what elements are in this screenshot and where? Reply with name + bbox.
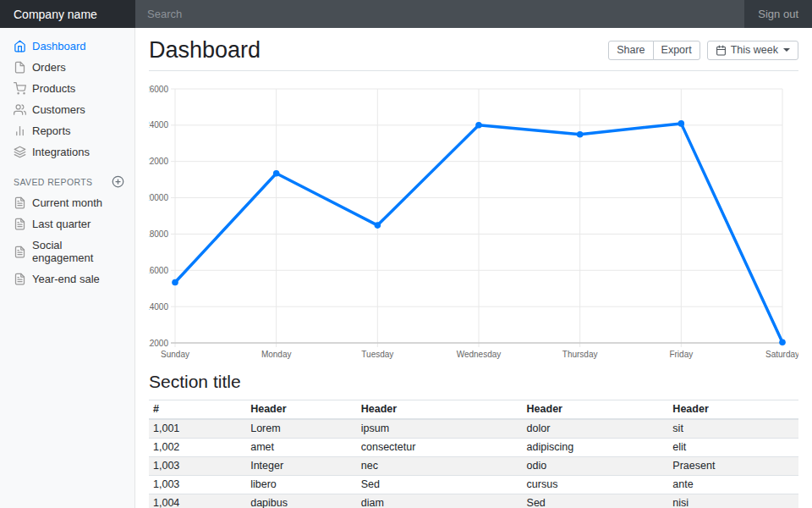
table-cell: Lorem [246,419,357,439]
table-cell: 1,001 [149,419,246,439]
sidebar-item-current-month[interactable]: Current month [0,192,135,213]
sidebar-item-label: Dashboard [32,40,86,52]
svg-text:26000: 26000 [149,85,168,94]
sidebar-nav: DashboardOrdersProductsCustomersReportsI… [0,36,135,163]
sidebar-item-label: Year-end sale [32,273,100,285]
chart-container: 1200014000160001800020000220002400026000… [149,82,798,362]
sidebar-item-products[interactable]: Products [0,78,135,99]
nav-item: Customers [0,99,135,120]
table-cell: Sed [357,476,523,494]
section-title: Section title [149,372,798,392]
table-body: 1,001Loremipsumdolorsit1,002ametconsecte… [149,419,798,508]
calendar-icon [716,45,727,56]
table-header: Header [668,400,798,420]
table-cell: odio [523,457,669,476]
nav-item: Last quarter [0,213,135,235]
table-cell: sit [668,419,798,439]
table-cell: cursus [523,476,669,494]
sidebar-item-orders[interactable]: Orders [0,57,135,78]
layers-icon [14,146,26,158]
sidebar-item-integrations[interactable]: Integrations [0,141,135,163]
share-export-group: Share Export [608,41,700,60]
sidebar-item-label: Orders [32,61,66,74]
table-cell: elit [668,439,798,457]
svg-text:16000: 16000 [149,266,168,275]
nav-item: Year-end sale [0,268,135,290]
sidebar-item-label: Customers [32,103,85,116]
table-row: 1,002ametconsecteturadipiscingelit [149,439,798,457]
nav-item: Current month [0,192,135,213]
share-button[interactable]: Share [608,41,653,60]
table-cell: dapibus [246,494,357,508]
weekly-sales-line-chart: 1200014000160001800020000220002400026000… [149,82,798,362]
table-cell: Integer [246,457,357,476]
table-cell: dolor [523,419,669,439]
sidebar-item-year-end-sale[interactable]: Year-end sale [0,268,135,290]
table-cell: ante [668,476,798,494]
sidebar-item-social-engagement[interactable]: Social engagement [0,235,135,268]
file-text-icon [14,273,26,285]
table-cell: 1,003 [149,476,246,494]
sidebar-item-label: Reports [32,124,71,137]
svg-text:14000: 14000 [149,302,168,312]
data-table: #HeaderHeaderHeaderHeader 1,001Loremipsu… [149,400,798,508]
search-input[interactable] [135,0,744,28]
saved-reports-nav: Current monthLast quarterSocial engageme… [0,192,135,290]
week-dropdown-button[interactable]: This week [707,41,798,60]
svg-text:Thursday: Thursday [562,350,598,359]
svg-text:20000: 20000 [149,193,168,202]
file-icon [14,61,26,74]
table-cell: consectetur [357,439,523,457]
table-header: Header [246,400,357,420]
svg-text:Sunday: Sunday [161,350,189,359]
shopping-cart-icon [14,82,26,95]
nav-item: Social engagement [0,235,135,268]
table-cell: diam [357,494,523,508]
svg-text:24000: 24000 [149,120,168,130]
sidebar-item-label: Last quarter [32,218,91,230]
table-cell: 1,004 [149,494,246,508]
table-cell: Praesent [668,457,798,476]
table-cell: 1,002 [149,439,246,457]
file-text-icon [14,218,26,230]
svg-text:12000: 12000 [149,339,168,348]
table-head: #HeaderHeaderHeaderHeader [149,400,798,420]
page-header: Dashboard Share Export This week [149,28,798,71]
table-cell: ipsum [357,419,523,439]
table-cell: nisi [668,494,798,508]
svg-text:18000: 18000 [149,229,168,239]
sidebar-item-reports[interactable]: Reports [0,120,135,141]
sidebar-item-label: Products [32,82,75,95]
bar-chart-icon [14,124,26,137]
chevron-down-icon [783,48,790,52]
export-button[interactable]: Export [653,41,700,60]
users-icon [14,103,26,116]
brand-link[interactable]: Company name [0,0,135,28]
week-dropdown-label: This week [731,44,778,57]
nav-item: Orders [0,57,135,78]
toolbar: Share Export This week [608,41,798,60]
nav-item: Dashboard [0,36,135,57]
svg-text:Monday: Monday [261,350,292,359]
sidebar-item-last-quarter[interactable]: Last quarter [0,213,135,235]
table-cell: adipiscing [523,439,669,457]
sidebar-item-customers[interactable]: Customers [0,99,135,120]
file-text-icon [14,196,26,209]
sidebar-item-label: Social engagement [32,239,122,264]
table-cell: libero [246,476,357,494]
table-row: 1,003liberoSedcursusante [149,476,798,494]
sidebar-item-dashboard[interactable]: Dashboard [0,36,135,57]
top-navbar: Company name Sign out [0,0,812,28]
nav-item: Products [0,78,135,99]
table-header: Header [523,400,669,420]
table-row: 1,003IntegernecodioPraesent [149,457,798,476]
table-cell: nec [357,457,523,476]
sidebar-item-label: Current month [32,196,102,209]
plus-circle-icon[interactable] [112,175,124,188]
table-cell: Sed [523,494,669,508]
table-row: 1,001Loremipsumdolorsit [149,419,798,439]
sign-out-link[interactable]: Sign out [744,0,812,28]
table-header: # [149,400,246,420]
saved-reports-heading: Saved reports [0,175,135,188]
sidebar-item-label: Integrations [32,146,90,158]
